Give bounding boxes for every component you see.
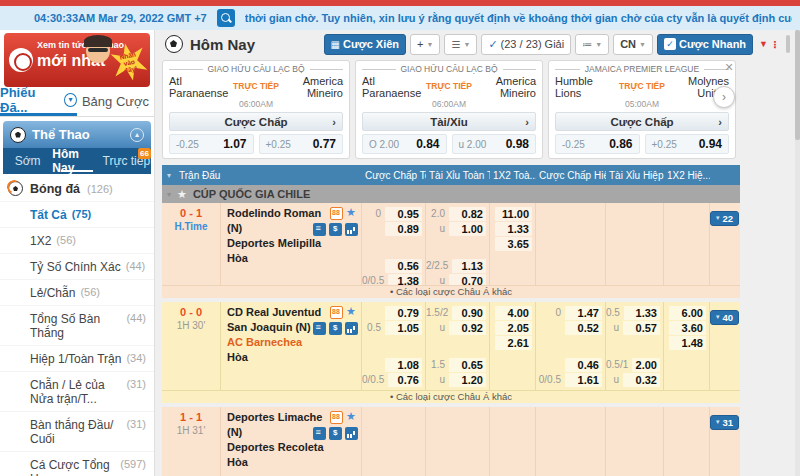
- away-team-name[interactable]: AC Barnechea: [227, 335, 359, 350]
- league-group-header[interactable]: ▾ ★ CÚP QUỐC GIA CHILE: [162, 185, 740, 203]
- odds-cell[interactable]: u 2.000.98: [452, 134, 537, 154]
- odds-cell[interactable]: 01.47: [536, 305, 605, 320]
- stats-icon[interactable]: [313, 427, 326, 440]
- odds-value[interactable]: 3.65: [495, 237, 532, 251]
- tab-early[interactable]: Sớm: [3, 148, 52, 174]
- tab-bet-slip[interactable]: Phiếu Đặ... ▾: [0, 87, 77, 116]
- odds-cell[interactable]: 0.52: [536, 320, 605, 335]
- chart-icon[interactable]: [345, 427, 358, 440]
- odds-cell[interactable]: 4.00: [490, 305, 535, 320]
- sidebar-subitem[interactable]: Lẻ/Chẵn(56): [0, 279, 154, 305]
- odds-cell[interactable]: 1.08: [362, 357, 425, 372]
- toolbar-scrollbar[interactable]: [786, 35, 790, 53]
- match-preview-card[interactable]: GIAO HỮU CÂU LẠC BỘ Atl Paranaense TRỰC …: [162, 60, 350, 159]
- match-preview-card[interactable]: JAMAICA PREMIER LEAGUE Humble Lions TRỰC…: [548, 60, 736, 159]
- odds-cell[interactable]: 2/2.51.13: [426, 258, 489, 273]
- odds-value[interactable]: 0.89: [385, 222, 422, 236]
- odds-cell[interactable]: 2.05: [490, 320, 535, 335]
- odds-value[interactable]: 3.60: [669, 321, 706, 335]
- away-team-name[interactable]: Deportes Melipilla: [227, 236, 359, 251]
- odds-value[interactable]: 0.70: [449, 274, 486, 286]
- odds-value[interactable]: 0.90: [452, 306, 486, 320]
- odds-cell[interactable]: 11.00: [490, 206, 535, 221]
- odds-cell[interactable]: 0/0.51.61: [536, 372, 605, 387]
- odds-value[interactable]: 1.13: [452, 259, 486, 273]
- vertical-scrollbar[interactable]: [795, 30, 800, 476]
- more-markets-badge[interactable]: ▾22: [710, 211, 739, 226]
- sidebar-subitem[interactable]: Tỷ Số Chính Xác(44): [0, 253, 154, 279]
- sidebar-item-football[interactable]: Bóng đá (126): [0, 174, 154, 201]
- odds-cell[interactable]: 00.95: [362, 206, 425, 221]
- odds-value[interactable]: 1.61: [565, 373, 602, 387]
- odds-value[interactable]: 0.92: [449, 321, 486, 335]
- parlay-button[interactable]: ▦ Cược Xiên: [324, 34, 407, 55]
- collapse-caret-icon[interactable]: ▾: [167, 171, 171, 180]
- sort-control[interactable]: ▼ ⋮: [757, 39, 782, 50]
- odds-value[interactable]: 1.20: [449, 373, 486, 387]
- chart-icon[interactable]: [345, 223, 358, 236]
- language-button[interactable]: CN ▼: [613, 34, 653, 55]
- odds-value[interactable]: 0.56: [385, 259, 422, 273]
- sidebar-subitem[interactable]: Tất Cả(75): [0, 201, 154, 227]
- odds-cell[interactable]: 6.00: [664, 305, 709, 320]
- odds-value[interactable]: 1.05: [385, 321, 422, 335]
- odds-type-icon[interactable]: [329, 322, 342, 335]
- odds-value[interactable]: 1.33: [495, 222, 532, 236]
- odds-cell[interactable]: 3.60: [664, 320, 709, 335]
- odds-cell[interactable]: 0.51.05: [362, 320, 425, 335]
- favorite-star-icon[interactable]: [346, 411, 358, 424]
- odds-cell[interactable]: 0.79: [362, 305, 425, 320]
- promo-banner[interactable]: Xem tin tức thể thao mới nhất Nhấn vào đ…: [4, 33, 150, 87]
- more-asian-bets-link[interactable]: • Các loại cược Châu Á khác: [162, 390, 740, 403]
- search-icon[interactable]: [217, 9, 235, 27]
- live-tracker-icon[interactable]: [330, 207, 343, 220]
- odds-value[interactable]: 2.05: [495, 321, 532, 335]
- odds-cell[interactable]: 0.5/12.00: [606, 357, 663, 372]
- tab-today[interactable]: Hôm Nay: [52, 148, 101, 174]
- away-team-name[interactable]: Deportes Recoleta: [227, 440, 359, 455]
- view-options-button[interactable]: ☰ ▼: [444, 34, 477, 55]
- odds-value[interactable]: 0.32: [623, 373, 660, 387]
- odds-cell[interactable]: 1.33: [490, 221, 535, 236]
- odds-cell[interactable]: u0.32: [606, 372, 663, 387]
- leagues-filter-button[interactable]: ✓ (23 / 23) Giải: [481, 34, 571, 55]
- match-preview-card[interactable]: GIAO HỮU CÂU LẠC BỘ Atl Paranaense TRỰC …: [355, 60, 543, 159]
- odds-cell[interactable]: 2.61: [490, 335, 535, 350]
- sidebar-subitem[interactable]: Chẵn / Lẻ của Nửa trận/T...(31): [0, 371, 154, 411]
- odds-cell[interactable]: u0.70: [426, 273, 489, 285]
- more-markets-badge[interactable]: ▾31: [710, 415, 739, 430]
- odds-cell[interactable]: u0.57: [606, 320, 663, 335]
- odds-cell[interactable]: 0.56: [362, 258, 425, 273]
- add-button[interactable]: + ▼: [410, 34, 440, 55]
- sports-panel-header[interactable]: Thể Thao ▴: [3, 121, 151, 148]
- odds-value[interactable]: 0.46: [565, 358, 602, 372]
- odds-value[interactable]: 1.48: [669, 336, 706, 350]
- chart-icon[interactable]: [345, 322, 358, 335]
- odds-cell[interactable]: -0.251.07: [169, 134, 254, 154]
- more-markets-badge[interactable]: ▾40: [710, 310, 739, 325]
- market-selector[interactable]: Tài/Xỉu ›: [362, 112, 536, 131]
- odds-value[interactable]: 1.33: [624, 306, 660, 320]
- odds-type-icon[interactable]: [329, 223, 342, 236]
- live-tracker-icon[interactable]: [330, 411, 343, 424]
- odds-cell[interactable]: 2.00.82: [426, 206, 489, 221]
- odds-cell[interactable]: u0.92: [426, 320, 489, 335]
- close-icon[interactable]: ×: [725, 60, 733, 74]
- odds-value[interactable]: 0.52: [565, 321, 602, 335]
- stats-icon[interactable]: [313, 223, 326, 236]
- odds-cell[interactable]: +0.250.94: [645, 134, 730, 154]
- odds-value[interactable]: 1.08: [385, 358, 422, 372]
- odds-cell[interactable]: O 2.000.84: [362, 134, 447, 154]
- odds-value[interactable]: 2.61: [495, 336, 532, 350]
- odds-value[interactable]: 0.65: [449, 358, 486, 372]
- tab-bet-list[interactable]: Bảng Cược: [77, 87, 154, 116]
- display-mode-button[interactable]: ≔ ▼: [575, 34, 609, 55]
- odds-value[interactable]: 6.00: [669, 306, 706, 320]
- odds-cell[interactable]: 0.89: [362, 221, 425, 236]
- scrollbar-thumb[interactable]: [795, 30, 800, 140]
- market-selector[interactable]: Cược Chấp ›: [555, 112, 729, 131]
- odds-value[interactable]: 0.79: [385, 306, 422, 320]
- odds-value[interactable]: 1.47: [565, 306, 602, 320]
- odds-cell[interactable]: 1.48: [664, 335, 709, 350]
- odds-value[interactable]: 2.00: [632, 358, 660, 372]
